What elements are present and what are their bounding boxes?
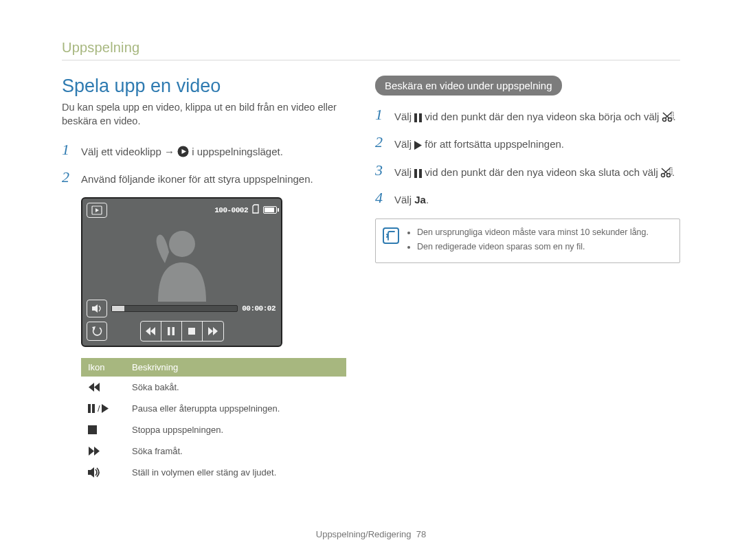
svg-rect-32 bbox=[414, 169, 417, 178]
volume-icon bbox=[88, 467, 118, 478]
rewind-icon bbox=[88, 383, 118, 392]
note-box: Den ursprungliga videon måste vara minst… bbox=[375, 219, 680, 263]
svg-text:/: / bbox=[98, 403, 100, 414]
svg-marker-22 bbox=[94, 447, 100, 456]
step-number: 2 bbox=[62, 169, 74, 187]
table-row: / Pausa eller återuppta uppspelningen. bbox=[81, 398, 346, 419]
stop-icon bbox=[182, 322, 203, 341]
svg-marker-15 bbox=[94, 383, 100, 392]
step-text: vid den punkt där den nya videon ska slu… bbox=[422, 166, 661, 178]
left-step-2: 2 Använd följande ikoner för att styra u… bbox=[62, 169, 346, 187]
step-text: för att fortsätta uppspelningen. bbox=[422, 138, 564, 150]
note-item: Den redigerade videon sparas som en ny f… bbox=[417, 240, 670, 254]
step-text: . bbox=[426, 194, 429, 205]
right-step-2: 2 Välj för att fortsätta uppspelningen. bbox=[375, 134, 680, 152]
right-step-1: 1 Välj vid den punkt där den nya videon … bbox=[375, 107, 680, 124]
step-text: Välj bbox=[394, 111, 414, 122]
svg-rect-9 bbox=[168, 327, 170, 335]
svg-marker-6 bbox=[92, 326, 95, 331]
svg-point-4 bbox=[169, 231, 195, 257]
table-cell-desc: Ställ in volymen eller stäng av ljudet. bbox=[125, 462, 346, 483]
svg-marker-31 bbox=[414, 141, 422, 150]
progress-bar bbox=[111, 305, 238, 312]
playback-controls bbox=[140, 321, 224, 341]
table-row: Stoppa uppspelningen. bbox=[81, 419, 346, 440]
table-row: Söka framåt. bbox=[81, 440, 346, 462]
svg-marker-14 bbox=[89, 383, 94, 392]
step-number: 2 bbox=[375, 134, 387, 152]
table-cell-desc: Pausa eller återuppta uppspelningen. bbox=[125, 398, 346, 419]
step-text: i uppspelningsläget. bbox=[192, 146, 283, 157]
back-icon bbox=[87, 322, 107, 341]
step-number: 3 bbox=[375, 162, 387, 180]
volume-icon bbox=[87, 300, 107, 317]
memory-card-icon bbox=[252, 205, 259, 215]
svg-marker-21 bbox=[89, 447, 94, 456]
step-number: 1 bbox=[375, 107, 387, 124]
note-icon bbox=[383, 227, 399, 244]
video-thumbnail-silhouette bbox=[137, 225, 227, 302]
stop-icon bbox=[88, 425, 118, 434]
icon-description-table: Ikon Beskrivning Söka bakåt. / Pausa ell… bbox=[81, 358, 346, 483]
trim-icon bbox=[661, 168, 672, 178]
table-header-icon: Ikon bbox=[81, 358, 125, 377]
play-circle-icon bbox=[177, 146, 189, 157]
step-text: . bbox=[672, 166, 675, 178]
svg-rect-20 bbox=[88, 425, 97, 434]
play-icon bbox=[414, 141, 422, 150]
right-step-4: 4 Välj Ja. bbox=[375, 190, 680, 208]
elapsed-time: 00:00:02 bbox=[242, 304, 276, 313]
battery-icon bbox=[263, 206, 277, 214]
step-text: . bbox=[673, 111, 676, 122]
step-bold: Ja bbox=[414, 194, 426, 205]
step-text: Välj bbox=[394, 138, 414, 150]
svg-marker-3 bbox=[95, 208, 99, 212]
pause-icon bbox=[414, 113, 422, 122]
section-title: Spela upp en video bbox=[62, 76, 346, 97]
fast-forward-icon bbox=[203, 322, 223, 341]
step-text: Välj bbox=[394, 194, 414, 205]
step-text: Använd följande ikoner för att styra upp… bbox=[81, 169, 313, 187]
svg-marker-23 bbox=[88, 467, 94, 478]
svg-marker-7 bbox=[146, 327, 150, 335]
step-number: 1 bbox=[62, 142, 74, 159]
step-text: Välj ett videoklipp → bbox=[81, 146, 177, 157]
step-number: 4 bbox=[375, 190, 387, 208]
divider bbox=[62, 60, 680, 60]
table-cell-desc: Söka framåt. bbox=[125, 440, 346, 462]
svg-marker-5 bbox=[92, 304, 98, 313]
play-indicator-icon bbox=[87, 203, 107, 218]
pause-icon bbox=[161, 322, 182, 341]
svg-rect-17 bbox=[92, 404, 95, 413]
file-counter: 100-0002 bbox=[214, 206, 248, 214]
table-header-desc: Beskrivning bbox=[125, 358, 346, 377]
table-row: Ställ in volymen eller stäng av ljudet. bbox=[81, 462, 346, 483]
svg-rect-11 bbox=[188, 328, 195, 335]
intro-text: Du kan spela upp en video, klippa ut en … bbox=[62, 101, 346, 128]
svg-marker-12 bbox=[208, 327, 213, 335]
video-player-mock: 100-0002 bbox=[81, 197, 282, 347]
page-footer: Uppspelning/Redigering 78 bbox=[0, 529, 742, 539]
table-row: Söka bakåt. bbox=[81, 377, 346, 398]
rewind-icon bbox=[141, 322, 161, 341]
right-step-3: 3 Välj vid den punkt där den nya videon … bbox=[375, 162, 680, 180]
fast-forward-icon bbox=[88, 447, 118, 456]
pause-play-icon: / bbox=[88, 404, 118, 413]
left-step-1: 1 Välj ett videoklipp → i uppspelningslä… bbox=[62, 142, 346, 159]
svg-rect-24 bbox=[414, 113, 417, 122]
note-item: Den ursprungliga videon måste vara minst… bbox=[417, 226, 670, 239]
step-text: Välj bbox=[394, 166, 414, 178]
svg-marker-8 bbox=[150, 327, 155, 335]
svg-rect-10 bbox=[172, 327, 175, 335]
svg-marker-19 bbox=[102, 404, 109, 413]
step-text: vid den punkt där den nya videon ska bör… bbox=[422, 111, 662, 122]
svg-marker-13 bbox=[213, 327, 218, 335]
svg-rect-16 bbox=[88, 404, 91, 413]
table-cell-desc: Stoppa uppspelningen. bbox=[125, 419, 346, 440]
table-cell-desc: Söka bakåt. bbox=[125, 377, 346, 398]
pause-icon bbox=[414, 169, 422, 178]
subsection-pill: Beskära en video under uppspelning bbox=[375, 76, 562, 96]
trim-icon bbox=[662, 112, 673, 122]
breadcrumb: Uppspelning bbox=[62, 40, 680, 56]
